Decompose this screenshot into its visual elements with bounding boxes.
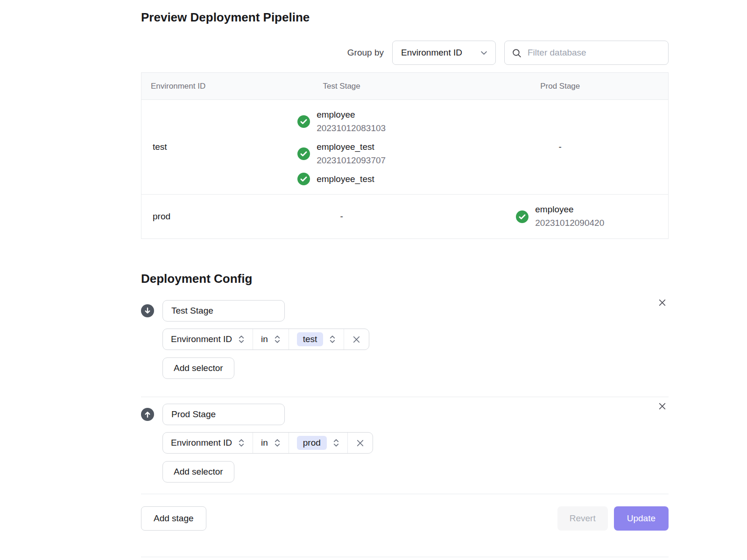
arrow-up-circle-icon [141, 408, 154, 421]
selector-key-select[interactable]: Environment ID [163, 433, 253, 453]
pipeline-table: Environment ID Test Stage Prod Stage tes… [141, 72, 669, 239]
database-name: employee [317, 108, 386, 122]
remove-selector-button[interactable] [347, 433, 373, 453]
remove-stage-button[interactable] [656, 400, 669, 413]
filter-database-search[interactable] [504, 41, 669, 65]
deployment-pipeline-page: Preview Deployment Pipeline Group by Env… [141, 10, 669, 557]
database-name: employee_test [317, 173, 374, 186]
add-selector-button[interactable]: Add selector [162, 357, 234, 379]
database-version: 20231012083103 [317, 122, 386, 135]
selector-value-tag: prod [297, 436, 327, 450]
selector-value-select[interactable]: prod [289, 433, 347, 453]
database-item: employee 20231012090420 [516, 203, 604, 230]
updown-chevron-icon [329, 335, 336, 343]
test-stage-cell: employee 20231012083103 employee_test 20… [231, 100, 452, 194]
check-circle-icon [516, 210, 529, 223]
add-selector-button[interactable]: Add selector [162, 461, 234, 483]
filter-database-input[interactable] [527, 47, 661, 58]
remove-selector-button[interactable] [344, 329, 369, 350]
selector-operator-select[interactable]: in [253, 329, 289, 350]
check-circle-icon [297, 115, 310, 128]
stage-config-test: Environment ID in test [141, 300, 669, 379]
selector: Environment ID in test [162, 329, 369, 350]
check-circle-icon [297, 147, 310, 160]
updown-chevron-icon [238, 335, 245, 343]
database-version: 20231012093707 [317, 154, 386, 168]
selector-operator-select[interactable]: in [253, 433, 289, 453]
close-icon [658, 405, 667, 412]
table-row: prod - employee 20231012090420 [141, 194, 668, 238]
database-item: employee_test 20231012093707 [297, 140, 386, 168]
column-header-environment-id: Environment ID [141, 82, 231, 91]
selector-key-value: Environment ID [171, 334, 232, 344]
remove-stage-button[interactable] [656, 296, 669, 309]
revert-button[interactable]: Revert [557, 506, 608, 531]
prod-stage-empty: - [452, 100, 668, 194]
database-item: employee 20231012083103 [297, 108, 386, 135]
close-icon [352, 335, 361, 344]
deployment-config-title: Deployment Config [141, 272, 669, 286]
environment-cell: prod [141, 195, 231, 238]
arrow-down-circle-icon [141, 304, 154, 317]
updown-chevron-icon [274, 439, 281, 447]
group-by-selected-value: Environment ID [401, 48, 462, 58]
prod-stage-cell: employee 20231012090420 [452, 195, 668, 238]
column-header-prod-stage: Prod Stage [452, 82, 668, 91]
page-title: Preview Deployment Pipeline [141, 10, 669, 25]
updown-chevron-icon [274, 335, 281, 343]
update-button[interactable]: Update [614, 506, 669, 531]
selector-operator-value: in [261, 334, 268, 344]
selector-operator-value: in [261, 438, 268, 448]
environment-cell: test [141, 100, 231, 194]
stage-config-prod: Environment ID in prod [141, 404, 669, 483]
stage-name-input[interactable] [162, 404, 285, 425]
chevron-down-icon [480, 49, 488, 57]
pipeline-toolbar: Group by Environment ID [141, 41, 669, 65]
updown-chevron-icon [333, 439, 339, 447]
check-circle-icon [297, 173, 310, 185]
selector-key-select[interactable]: Environment ID [163, 329, 253, 350]
table-row: test employee 20231012083103 [141, 100, 668, 194]
updown-chevron-icon [238, 439, 245, 447]
stage-divider [141, 397, 669, 397]
database-version: 20231012090420 [535, 217, 604, 230]
search-icon [512, 48, 521, 58]
database-name: employee_test [317, 140, 386, 154]
column-header-test-stage: Test Stage [231, 82, 452, 91]
selector-value-select[interactable]: test [289, 329, 344, 350]
table-header: Environment ID Test Stage Prod Stage [141, 73, 668, 100]
selector-value-tag: test [297, 332, 324, 346]
config-footer: Add stage Revert Update [141, 506, 669, 531]
footer-divider [141, 494, 669, 494]
close-icon [658, 301, 667, 308]
group-by-label: Group by [347, 48, 384, 58]
test-stage-empty: - [231, 195, 452, 238]
close-icon [356, 439, 365, 448]
database-name: employee [535, 203, 604, 217]
bottom-divider [141, 557, 669, 557]
stage-name-input[interactable] [162, 300, 285, 322]
group-by-select[interactable]: Environment ID [392, 41, 496, 65]
selector-key-value: Environment ID [171, 438, 232, 448]
selector: Environment ID in prod [162, 432, 373, 454]
database-item: employee_test [297, 173, 374, 186]
add-stage-button[interactable]: Add stage [141, 506, 206, 531]
